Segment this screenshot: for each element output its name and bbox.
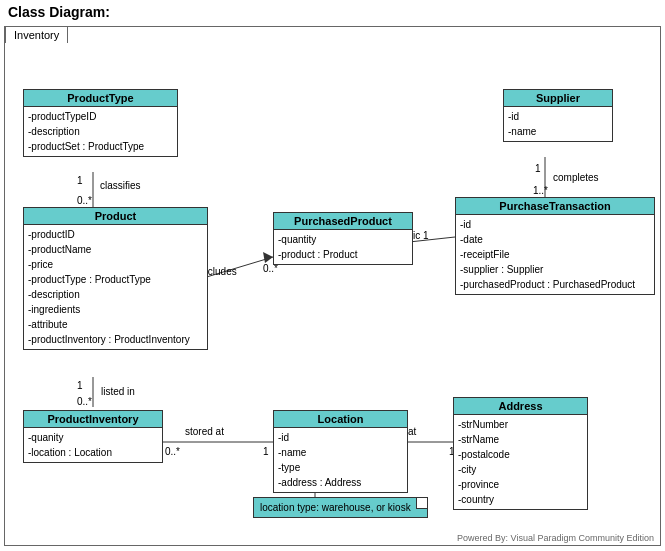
svg-text:stored at: stored at bbox=[185, 426, 224, 437]
svg-text:0..*: 0..* bbox=[77, 396, 92, 407]
purchasetransaction-header: PurchaseTransaction bbox=[456, 198, 654, 215]
location-body: -id -name -type -address : Address bbox=[274, 428, 407, 492]
svg-text:0..*: 0..* bbox=[165, 446, 180, 457]
diagram-container: Inventory classifies 1 0..* includes 1 0… bbox=[4, 26, 661, 546]
address-header: Address bbox=[454, 398, 587, 415]
address-class: Address -strNumber -strName -postalcode … bbox=[453, 397, 588, 510]
producttype-header: ProductType bbox=[24, 90, 177, 107]
inventory-tab[interactable]: Inventory bbox=[5, 26, 68, 43]
svg-text:completes: completes bbox=[553, 172, 599, 183]
svg-text:0..*: 0..* bbox=[77, 195, 92, 206]
purchasetransaction-body: -id -date -receiptFile -supplier : Suppl… bbox=[456, 215, 654, 294]
location-class: Location -id -name -type -address : Addr… bbox=[273, 410, 408, 493]
purchasedproduct-class: PurchasedProduct -quantity -product : Pr… bbox=[273, 212, 413, 265]
producttype-body: -productTypeID -description -productSet … bbox=[24, 107, 177, 156]
product-class: Product -productID -productName -price -… bbox=[23, 207, 208, 350]
product-body: -productID -productName -price -productT… bbox=[24, 225, 207, 349]
address-body: -strNumber -strName -postalcode -city -p… bbox=[454, 415, 587, 509]
svg-text:1: 1 bbox=[263, 446, 269, 457]
footer: Powered By: Visual Paradigm Community Ed… bbox=[457, 533, 654, 543]
producttype-class: ProductType -productTypeID -description … bbox=[23, 89, 178, 157]
svg-text:1: 1 bbox=[77, 380, 83, 391]
purchasedproduct-body: -quantity -product : Product bbox=[274, 230, 412, 264]
svg-marker-5 bbox=[263, 252, 273, 263]
supplier-class: Supplier -id -name bbox=[503, 89, 613, 142]
productinventory-class: ProductInventory -quanity -location : Lo… bbox=[23, 410, 163, 463]
svg-text:listed in: listed in bbox=[101, 386, 135, 397]
productinventory-header: ProductInventory bbox=[24, 411, 162, 428]
svg-text:classifies: classifies bbox=[100, 180, 141, 191]
purchasedproduct-header: PurchasedProduct bbox=[274, 213, 412, 230]
location-header: Location bbox=[274, 411, 407, 428]
page-title: Class Diagram: bbox=[0, 0, 665, 24]
location-note: location type: warehouse, or kiosk bbox=[253, 497, 428, 518]
productinventory-body: -quanity -location : Location bbox=[24, 428, 162, 462]
supplier-header: Supplier bbox=[504, 90, 612, 107]
svg-text:1: 1 bbox=[535, 163, 541, 174]
purchasetransaction-class: PurchaseTransaction -id -date -receiptFi… bbox=[455, 197, 655, 295]
svg-text:1..*: 1..* bbox=[533, 185, 548, 196]
supplier-body: -id -name bbox=[504, 107, 612, 141]
product-header: Product bbox=[24, 208, 207, 225]
svg-text:1: 1 bbox=[77, 175, 83, 186]
